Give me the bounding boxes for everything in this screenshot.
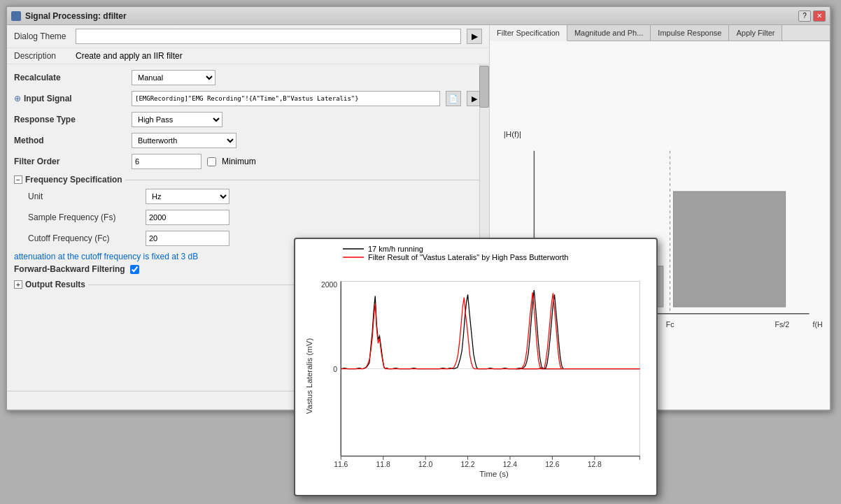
app-icon [11,11,21,21]
tab-bar: Filter Specification Magnitude and Ph...… [490,25,830,41]
chart-window: 17 km/h running Filter Result of "Vastus… [294,238,658,496]
tab-apply-filter[interactable]: Apply Filter [729,25,782,41]
svg-rect-5 [673,192,785,307]
svg-text:Fs/2: Fs/2 [775,320,789,329]
output-results-label: Output Results [25,280,85,289]
forward-backward-label: Forward-Backward Filtering [14,264,126,274]
response-type-row: Response Type High Pass Low Pass Band Pa… [14,112,482,127]
svg-text:2000: 2000 [321,281,337,289]
dialog-theme-input[interactable] [76,29,461,44]
tab-magnitude-ph[interactable]: Magnitude and Ph... [567,25,651,41]
svg-text:12.4: 12.4 [503,461,517,468]
input-signal-label: Input Signal [24,94,72,103]
recalculate-select[interactable]: Manual Auto [132,70,215,85]
chart-svg: Vastus Lateralis (mV) 2000 0 11.6 11.8 1… [301,263,651,489]
filter-order-input[interactable] [132,154,202,169]
description-value: Create and apply an IIR filter [76,51,183,61]
sample-freq-row: Sample Frequency (Fs) [28,210,482,225]
freq-spec-expand[interactable]: − [14,175,22,184]
svg-text:12.0: 12.0 [418,461,432,468]
method-select[interactable]: Butterworth Chebyshev Elliptic [132,133,236,148]
input-signal-browse-btn[interactable]: 📄 [446,91,461,106]
window-title: Signal Processing: dfilter [25,11,127,21]
freq-spec-section-header: − Frequency Specification [14,175,482,185]
chart-svg-area: Vastus Lateralis (mV) 2000 0 11.6 11.8 1… [301,263,651,489]
recalculate-label: Recalculate [14,73,126,82]
tab-filter-spec[interactable]: Filter Specification [490,25,567,41]
legend-row-2: Filter Result of "Vastus Lateralis" by H… [343,253,568,261]
svg-text:Time (s): Time (s) [479,470,509,478]
x-axis-label: f(Hz) [812,320,823,329]
cutoff-freq-label: Cutoff Frequency (Fc) [28,233,140,243]
freq-spec-divider [125,180,482,180]
filter-order-row: Filter Order Minimum [14,154,482,169]
svg-text:12.8: 12.8 [588,461,602,468]
response-type-label: Response Type [14,115,126,124]
svg-text:Fc: Fc [666,320,675,329]
minimum-label: Minimum [222,157,256,166]
chart-inner: 17 km/h running Filter Result of "Vastus… [295,239,656,495]
method-label: Method [14,136,126,145]
input-signal-row: Input Signal 📄 ▶ [14,91,482,106]
chart-legend: 17 km/h running Filter Result of "Vastus… [301,245,651,261]
method-row: Method Butterworth Chebyshev Elliptic [14,133,482,148]
filter-order-label: Filter Order [14,157,126,166]
response-type-select[interactable]: High Pass Low Pass Band Pass Band Stop [132,112,222,127]
legend-label-2: Filter Result of "Vastus Lateralis" by H… [368,253,568,261]
svg-text:11.8: 11.8 [376,461,390,468]
output-results-expand[interactable]: + [14,280,22,289]
dialog-theme-row: Dialog Theme ▶ [7,25,489,48]
unit-row: Unit Hz Normalized [28,189,482,204]
close-button[interactable]: ✕ [813,10,826,22]
expand-input-icon[interactable] [14,94,21,103]
svg-text:12.2: 12.2 [460,461,474,468]
dialog-theme-arrow[interactable]: ▶ [467,29,482,44]
recalculate-row: Recalculate Manual Auto [14,70,482,85]
title-bar-left: Signal Processing: dfilter [11,11,127,21]
description-row: Description Create and apply an IIR filt… [7,48,489,64]
forward-backward-checkbox[interactable] [130,265,139,274]
cutoff-freq-input[interactable] [146,231,229,246]
description-label: Description [14,51,70,61]
unit-label: Unit [28,192,140,201]
unit-select[interactable]: Hz Normalized [146,189,229,204]
y-axis-label: |H(f)| [504,129,521,138]
legend-row-1: 17 km/h running [343,245,423,253]
sample-freq-input[interactable] [146,210,229,225]
legend-label-1: 17 km/h running [368,245,423,253]
input-signal-field[interactable] [132,91,440,106]
minimum-checkbox[interactable] [207,157,216,166]
sample-freq-label: Sample Frequency (Fs) [28,213,140,222]
title-buttons: ? ✕ [798,10,826,22]
dialog-theme-label: Dialog Theme [14,31,70,41]
help-button[interactable]: ? [798,10,811,22]
svg-text:11.6: 11.6 [334,461,348,468]
svg-text:12.6: 12.6 [545,461,559,468]
title-bar: Signal Processing: dfilter ? ✕ [7,7,830,25]
freq-spec-label: Frequency Specification [25,175,122,185]
scroll-thumb[interactable] [479,66,489,108]
svg-text:Vastus Lateralis (mV): Vastus Lateralis (mV) [305,338,313,415]
tab-impulse-resp[interactable]: Impulse Response [651,25,729,41]
svg-text:0: 0 [333,366,337,373]
